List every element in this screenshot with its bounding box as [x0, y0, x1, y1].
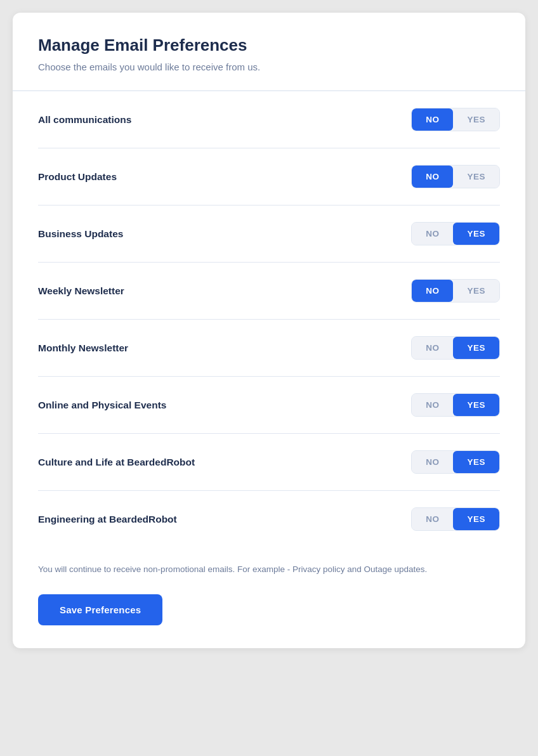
- toggle-no-weekly-newsletter[interactable]: NO: [412, 280, 453, 302]
- toggle-yes-monthly-newsletter[interactable]: YES: [453, 337, 499, 359]
- toggle-yes-online-physical-events[interactable]: YES: [453, 394, 499, 416]
- toggle-no-product-updates[interactable]: NO: [412, 166, 453, 188]
- preference-label-online-physical-events: Online and Physical Events: [38, 400, 166, 411]
- toggle-no-all-communications[interactable]: NO: [412, 108, 453, 131]
- toggle-group-business-updates: NOYES: [411, 222, 500, 245]
- toggle-group-engineering-beardedrobot: NOYES: [411, 507, 500, 531]
- toggle-yes-all-communications[interactable]: YES: [453, 108, 499, 131]
- footer-note: You will continue to receive non-promoti…: [13, 547, 525, 583]
- toggle-no-engineering-beardedrobot[interactable]: NO: [412, 508, 453, 530]
- preference-label-culture-life-beardedrobot: Culture and Life at BeardedRobot: [38, 457, 195, 468]
- toggle-yes-culture-life-beardedrobot[interactable]: YES: [453, 451, 499, 473]
- preference-row-monthly-newsletter: Monthly NewsletterNOYES: [38, 320, 500, 377]
- preference-row-weekly-newsletter: Weekly NewsletterNOYES: [38, 263, 500, 320]
- save-preferences-button[interactable]: Save Preferences: [38, 594, 162, 625]
- toggle-no-business-updates[interactable]: NO: [412, 223, 453, 245]
- toggle-yes-weekly-newsletter[interactable]: YES: [453, 280, 499, 302]
- toggle-no-online-physical-events[interactable]: NO: [412, 394, 453, 416]
- card-header: Manage Email Preferences Choose the emai…: [13, 13, 525, 91]
- toggle-no-culture-life-beardedrobot[interactable]: NO: [412, 451, 453, 473]
- toggle-no-monthly-newsletter[interactable]: NO: [412, 337, 453, 359]
- preference-label-business-updates: Business Updates: [38, 228, 123, 240]
- toggle-yes-product-updates[interactable]: YES: [453, 166, 499, 188]
- preference-label-engineering-beardedrobot: Engineering at BeardedRobot: [38, 514, 177, 525]
- toggle-group-culture-life-beardedrobot: NOYES: [411, 450, 500, 474]
- toggle-group-monthly-newsletter: NOYES: [411, 336, 500, 360]
- toggle-group-weekly-newsletter: NOYES: [411, 279, 500, 303]
- page-subtitle: Choose the emails you would like to rece…: [38, 62, 500, 72]
- preferences-section: All communicationsNOYESProduct UpdatesNO…: [13, 91, 525, 547]
- preference-label-all-communications: All communications: [38, 114, 131, 126]
- preference-label-product-updates: Product Updates: [38, 171, 117, 183]
- toggle-yes-business-updates[interactable]: YES: [453, 223, 499, 245]
- preferences-card: Manage Email Preferences Choose the emai…: [13, 13, 525, 648]
- preference-row-all-communications: All communicationsNOYES: [38, 91, 500, 148]
- toggle-group-online-physical-events: NOYES: [411, 393, 500, 417]
- preference-row-culture-life-beardedrobot: Culture and Life at BeardedRobotNOYES: [38, 434, 500, 491]
- preference-row-business-updates: Business UpdatesNOYES: [38, 205, 500, 263]
- preference-row-online-physical-events: Online and Physical EventsNOYES: [38, 377, 500, 434]
- preference-label-monthly-newsletter: Monthly Newsletter: [38, 342, 128, 354]
- toggle-group-all-communications: NOYES: [411, 108, 500, 131]
- toggle-group-product-updates: NOYES: [411, 165, 500, 188]
- page-title: Manage Email Preferences: [38, 36, 500, 55]
- preference-row-product-updates: Product UpdatesNOYES: [38, 148, 500, 205]
- preference-row-engineering-beardedrobot: Engineering at BeardedRobotNOYES: [38, 491, 500, 547]
- preference-label-weekly-newsletter: Weekly Newsletter: [38, 285, 124, 297]
- toggle-yes-engineering-beardedrobot[interactable]: YES: [453, 508, 499, 530]
